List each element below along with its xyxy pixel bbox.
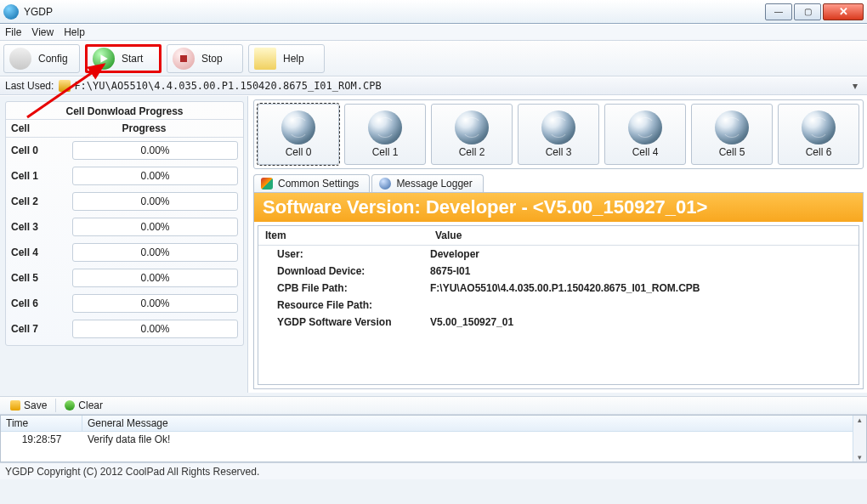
- book-icon: [254, 48, 276, 70]
- bars-icon: [261, 178, 273, 190]
- info-row: User:Developer: [258, 246, 858, 263]
- config-label: Config: [38, 53, 68, 65]
- cell-progress-row: Cell 60.00%: [6, 291, 243, 316]
- last-used-dropdown[interactable]: ▾: [848, 80, 862, 92]
- globe-icon: [455, 110, 489, 144]
- cell-button-5[interactable]: Cell 5: [691, 104, 773, 165]
- log-message: Verify data file Ok!: [82, 432, 175, 447]
- tab-message-logger[interactable]: Message Logger: [371, 174, 483, 192]
- cell-name: Cell 0: [11, 144, 72, 156]
- info-value: [430, 299, 852, 311]
- info-row: Download Device:8675-I01: [258, 263, 858, 280]
- scroll-up-icon[interactable]: ▴: [858, 416, 862, 424]
- globe-icon: [368, 110, 402, 144]
- cell-name: Cell 5: [11, 272, 72, 284]
- info-key: Download Device:: [277, 265, 430, 277]
- cell-name: Cell 4: [11, 246, 72, 258]
- col-progress: Progress: [45, 120, 243, 137]
- status-bar: YGDP Copyright (C) 2012 CoolPad All Righ…: [0, 462, 867, 479]
- info-key: CPB File Path:: [277, 282, 430, 294]
- info-head-item: Item: [258, 226, 428, 245]
- info-value: Developer: [430, 248, 852, 260]
- svg-marker-0: [100, 54, 107, 63]
- svg-rect-1: [180, 55, 187, 62]
- cell-progress-row: Cell 50.00%: [6, 265, 243, 291]
- play-icon: [93, 48, 115, 70]
- cell-button-label: Cell 2: [459, 146, 485, 158]
- stop-label: Stop: [201, 53, 223, 65]
- save-button[interactable]: Save: [5, 398, 52, 413]
- start-label: Start: [122, 53, 143, 65]
- stop-button[interactable]: Stop: [167, 44, 243, 73]
- menu-view[interactable]: View: [31, 26, 54, 38]
- log-tools: Save Clear: [0, 396, 867, 415]
- globe-icon: [379, 178, 391, 190]
- refresh-icon: [65, 400, 75, 411]
- cell-progress-bar: 0.00%: [72, 320, 238, 338]
- cell-progress-row: Cell 20.00%: [6, 189, 243, 214]
- cell-name: Cell 3: [11, 221, 72, 233]
- clear-button[interactable]: Clear: [60, 398, 108, 413]
- start-button[interactable]: Start: [85, 44, 162, 73]
- cell-progress-row: Cell 70.00%: [6, 316, 243, 342]
- globe-icon: [541, 110, 575, 144]
- cell-progress-bar: 0.00%: [72, 243, 238, 262]
- save-icon: [10, 400, 20, 411]
- cell-progress-bar: 0.00%: [72, 141, 238, 160]
- tab-common-label: Common Settings: [278, 178, 359, 190]
- cell-button-0[interactable]: Cell 0: [258, 104, 339, 165]
- help-button[interactable]: Help: [248, 44, 325, 73]
- cell-name: Cell 7: [11, 323, 72, 335]
- cell-progress-bar: 0.00%: [72, 167, 238, 185]
- cells-row: Cell 0Cell 1Cell 2Cell 3Cell 4Cell 5Cell…: [253, 99, 864, 169]
- cell-progress-bar: 0.00%: [72, 192, 238, 211]
- cell-progress-row: Cell 40.00%: [6, 240, 243, 265]
- tab-common-settings[interactable]: Common Settings: [253, 174, 370, 192]
- info-value: F:\YU\AO5510\4.4.035.00.P1.150420.8675_I…: [430, 282, 852, 294]
- cell-name: Cell 1: [11, 170, 72, 182]
- info-key: User:: [277, 248, 430, 260]
- cell-button-3[interactable]: Cell 3: [518, 104, 599, 165]
- info-head-value: Value: [428, 226, 468, 245]
- cell-button-4[interactable]: Cell 4: [604, 104, 686, 165]
- cell-button-label: Cell 4: [632, 146, 659, 158]
- log-head-time: Time: [1, 416, 82, 431]
- info-value: 8675-I01: [430, 265, 852, 277]
- menu-file[interactable]: File: [5, 26, 21, 38]
- col-cell: Cell: [6, 120, 45, 137]
- cell-progress-panel: Cell Donwload Progress Cell Progress Cel…: [0, 96, 247, 393]
- info-key: Resource File Path:: [277, 299, 430, 311]
- config-button[interactable]: Config: [3, 44, 80, 73]
- info-row: YGDP Software VersionV5.00_150927_01: [258, 314, 858, 331]
- globe-icon: [281, 110, 315, 144]
- log-row: 19:28:57Verify data file Ok!: [1, 432, 853, 447]
- cell-button-1[interactable]: Cell 1: [344, 104, 426, 165]
- scroll-down-icon[interactable]: ▾: [858, 453, 862, 462]
- cell-progress-row: Cell 30.00%: [6, 214, 243, 240]
- minimize-button[interactable]: —: [765, 3, 792, 20]
- menu-help[interactable]: Help: [64, 26, 85, 38]
- close-button[interactable]: ✕: [823, 3, 864, 20]
- last-used-bar: Last Used: F:\YU\AO5510\4.4.035.00.P1.15…: [0, 76, 867, 95]
- cell-button-label: Cell 5: [719, 146, 745, 158]
- last-used-path: F:\YU\AO5510\4.4.035.00.P1.150420.8675_I…: [74, 80, 848, 92]
- app-icon: [3, 4, 19, 20]
- file-icon: [59, 80, 71, 92]
- window-title: YGDP: [24, 6, 763, 18]
- log-table: Time General Message 19:28:57Verify data…: [0, 415, 867, 462]
- info-key: YGDP Software Version: [277, 316, 430, 328]
- maximize-button[interactable]: ▢: [794, 3, 821, 20]
- scrollbar[interactable]: ▴ ▾: [853, 416, 866, 462]
- save-label: Save: [24, 399, 47, 411]
- tabs: Common Settings Message Logger: [253, 174, 864, 192]
- tab-body: Software Version: Developer - <V5.00_150…: [253, 192, 864, 389]
- cell-name: Cell 2: [11, 195, 72, 207]
- menubar: File View Help: [0, 24, 867, 41]
- log-time: 19:28:57: [1, 432, 82, 447]
- cell-progress-bar: 0.00%: [72, 218, 238, 236]
- cell-button-6[interactable]: Cell 6: [778, 104, 859, 165]
- cell-name: Cell 6: [11, 297, 72, 309]
- help-label: Help: [283, 53, 304, 65]
- cell-button-2[interactable]: Cell 2: [431, 104, 513, 165]
- software-version-banner: Software Version: Developer - <V5.00_150…: [254, 193, 863, 222]
